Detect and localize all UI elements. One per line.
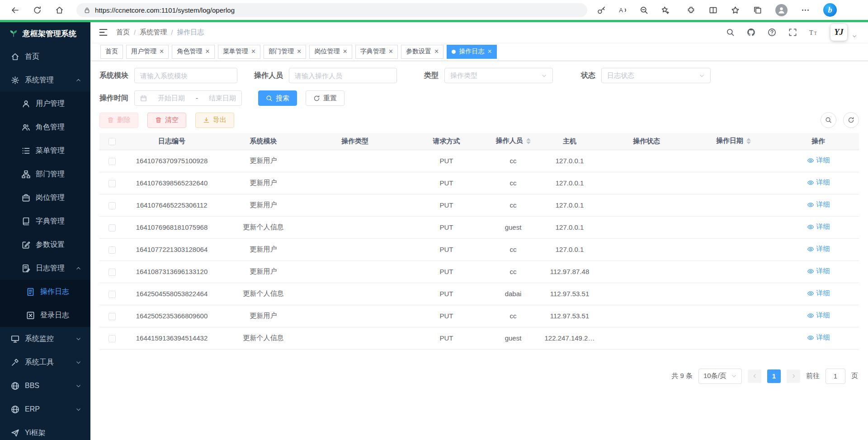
arrow-left-icon[interactable] [11,6,19,14]
person-icon[interactable] [775,4,788,16]
detail-link[interactable]: 详细 [807,222,830,231]
delete-button[interactable]: 删除 [99,113,138,128]
close-icon[interactable]: × [487,48,491,55]
reset-button[interactable]: 重置 [306,90,344,106]
sidebar-item-system-monitor[interactable]: 系统监控 [0,327,90,350]
search-button[interactable]: 搜索 [258,90,297,106]
breadcrumb-item[interactable]: 首页 [116,28,130,37]
export-button[interactable]: 导出 [195,113,234,128]
row-checkbox[interactable] [108,335,116,342]
zoom-out-icon[interactable] [640,6,648,14]
sidebar-item-post-mgmt[interactable]: 岗位管理 [0,186,90,209]
close-icon[interactable]: × [389,48,393,55]
prev-page-button[interactable] [748,369,761,383]
sidebar-item-system-tools[interactable]: 系统工具 [0,350,90,374]
toggle-search-button[interactable] [821,112,836,128]
tab-user-mgmt[interactable]: 用户管理× [126,45,169,59]
close-icon[interactable]: × [434,48,439,55]
caret-down-icon[interactable] [852,33,857,39]
home-icon[interactable] [55,6,64,14]
sidebar-item-log-mgmt[interactable]: 日志管理 [0,256,90,280]
column-header[interactable]: 操作日期 [689,133,778,150]
close-icon[interactable]: × [160,48,164,55]
detail-link[interactable]: 详细 [807,200,830,209]
question-icon[interactable] [768,28,776,37]
detail-link[interactable]: 详细 [807,156,830,165]
app-logo[interactable]: 意框架管理系统 [0,22,90,45]
detail-link[interactable]: 详细 [807,333,830,342]
sort-carets-icon[interactable] [526,136,531,147]
fullscreen-icon[interactable] [788,28,797,37]
bing-icon[interactable]: b [823,3,837,17]
goto-page-input[interactable] [826,369,845,384]
tab-dept-mgmt[interactable]: 部门管理× [264,45,306,59]
row-checkbox[interactable] [108,158,116,165]
date-range-picker[interactable]: 开始日期 - 结束日期 [134,90,242,106]
detail-link[interactable]: 详细 [807,289,830,298]
sidebar-item-yi-framework[interactable]: Yi框架 [0,421,90,440]
tab-oper-log[interactable]: 操作日志× [447,45,496,59]
sort-carets-icon[interactable] [746,136,751,147]
tab-dict-mgmt[interactable]: 字典管理× [355,45,398,59]
hamburger-icon[interactable] [99,28,108,37]
sidebar-item-dict-mgmt[interactable]: 字典管理 [0,209,90,233]
sidebar-item-role-mgmt[interactable]: 角色管理 [0,115,90,139]
puzzle-icon[interactable] [687,6,695,14]
dots-icon[interactable] [801,6,810,14]
sidebar-item-login-log[interactable]: 登录日志 [0,303,90,327]
type-select[interactable]: 操作类型 [444,68,553,83]
row-checkbox[interactable] [108,202,116,209]
column-header[interactable]: 操作人员 [491,133,536,150]
textsize-icon[interactable]: TT [809,28,818,37]
current-page-button[interactable]: 1 [767,369,781,383]
row-checkbox[interactable] [108,269,116,276]
tab-role-mgmt[interactable]: 角色管理× [172,45,214,59]
tab-param-settings[interactable]: 参数设置× [401,45,443,59]
detail-link[interactable]: 详细 [807,267,830,275]
avatar[interactable]: YJ [830,24,847,41]
sidebar-item-dept-mgmt[interactable]: 部门管理 [0,162,90,186]
star-icon[interactable] [731,6,740,14]
sidebar-item-param-settings[interactable]: 参数设置 [0,233,90,256]
sidebar-item-bbs[interactable]: BBS [0,374,90,397]
detail-link[interactable]: 详细 [807,178,830,187]
row-checkbox[interactable] [108,291,116,298]
sidebar-item-system-mgmt[interactable]: 系统管理 [0,68,90,92]
speak-icon[interactable]: A [618,6,627,14]
module-input[interactable] [134,68,237,83]
close-icon[interactable]: × [297,48,301,55]
split-icon[interactable] [709,6,717,14]
select-all-checkbox[interactable] [108,138,116,145]
breadcrumb-item[interactable]: 系统管理 [140,28,167,37]
row-checkbox[interactable] [108,180,116,187]
detail-link[interactable]: 详细 [807,245,830,253]
row-checkbox[interactable] [108,246,116,254]
sidebar-item-user-mgmt[interactable]: 用户管理 [0,92,90,115]
key-icon[interactable] [597,6,606,14]
close-icon[interactable]: × [251,48,255,55]
github-icon[interactable] [747,28,755,37]
search-icon[interactable] [726,28,735,37]
refresh-icon[interactable] [33,6,42,14]
row-checkbox[interactable] [108,224,116,232]
status-select[interactable]: 日志状态 [601,68,711,83]
collections-icon[interactable] [753,6,762,14]
tab-home[interactable]: 首页 [100,45,123,59]
row-checkbox[interactable] [108,313,116,320]
star-plus-icon[interactable] [661,6,670,14]
next-page-button[interactable] [787,369,800,383]
sidebar-item-home[interactable]: 首页 [0,45,90,68]
tab-post-mgmt[interactable]: 岗位管理× [309,45,352,59]
close-icon[interactable]: × [343,48,347,55]
clear-button[interactable]: 清空 [147,113,186,128]
operator-input[interactable] [289,68,397,83]
refresh-table-button[interactable] [843,112,859,128]
sidebar-item-oper-log[interactable]: 操作日志 [0,280,90,303]
sidebar-item-menu-mgmt[interactable]: 菜单管理 [0,139,90,162]
detail-link[interactable]: 详细 [807,311,830,320]
sidebar-item-erp[interactable]: ERP [0,397,90,421]
tab-menu-mgmt[interactable]: 菜单管理× [218,45,260,59]
close-icon[interactable]: × [205,48,209,55]
address-bar[interactable]: https://ccnetcore.com:1101/system/log/op… [76,3,587,17]
page-size-select[interactable]: 10条/页 [698,369,742,384]
